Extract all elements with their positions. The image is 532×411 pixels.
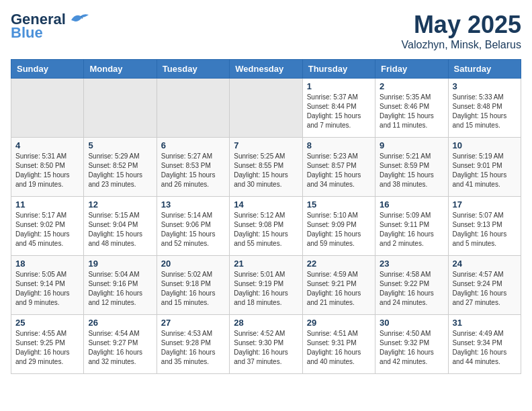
logo-bird-icon <box>69 12 90 27</box>
day-number: 26 <box>88 318 152 328</box>
calendar-week-row: 18Sunrise: 5:05 AMSunset: 9:14 PMDayligh… <box>11 256 521 315</box>
day-cell: 30Sunrise: 4:50 AMSunset: 9:32 PMDayligh… <box>375 315 448 374</box>
cell-info: Sunrise: 5:27 AMSunset: 8:53 PMDaylight:… <box>161 152 225 189</box>
cell-info: Sunrise: 5:21 AMSunset: 8:59 PMDaylight:… <box>380 152 443 189</box>
day-cell: 8Sunrise: 5:23 AMSunset: 8:57 PMDaylight… <box>302 138 375 197</box>
day-cell: 21Sunrise: 5:01 AMSunset: 9:19 PMDayligh… <box>230 256 302 315</box>
col-header-wednesday: Wednesday <box>230 60 302 79</box>
cell-info: Sunrise: 5:29 AMSunset: 8:52 PMDaylight:… <box>88 152 152 189</box>
day-cell: 5Sunrise: 5:29 AMSunset: 8:52 PMDaylight… <box>84 138 157 197</box>
cell-info: Sunrise: 5:23 AMSunset: 8:57 PMDaylight:… <box>307 152 371 189</box>
day-cell: 3Sunrise: 5:33 AMSunset: 8:48 PMDaylight… <box>448 79 521 138</box>
day-cell: 31Sunrise: 4:49 AMSunset: 9:34 PMDayligh… <box>448 315 521 374</box>
day-cell: 10Sunrise: 5:19 AMSunset: 9:01 PMDayligh… <box>448 138 521 197</box>
cell-info: Sunrise: 5:09 AMSunset: 9:11 PMDaylight:… <box>380 211 443 248</box>
col-header-thursday: Thursday <box>302 60 375 79</box>
day-number: 21 <box>234 259 298 269</box>
day-number: 20 <box>161 259 225 269</box>
day-cell: 6Sunrise: 5:27 AMSunset: 8:53 PMDaylight… <box>157 138 229 197</box>
title-section: May 2025 Valozhyn, Minsk, Belarus <box>402 11 521 51</box>
cell-info: Sunrise: 5:25 AMSunset: 8:55 PMDaylight:… <box>234 152 298 189</box>
cell-info: Sunrise: 5:07 AMSunset: 9:13 PMDaylight:… <box>453 211 517 248</box>
empty-cell <box>11 79 84 138</box>
cell-info: Sunrise: 5:33 AMSunset: 8:48 PMDaylight:… <box>453 93 517 130</box>
cell-info: Sunrise: 5:15 AMSunset: 9:04 PMDaylight:… <box>88 211 152 248</box>
cell-info: Sunrise: 4:53 AMSunset: 9:28 PMDaylight:… <box>161 329 225 367</box>
location: Valozhyn, Minsk, Belarus <box>402 39 521 51</box>
day-number: 9 <box>380 140 443 150</box>
day-number: 10 <box>453 140 517 150</box>
day-number: 25 <box>15 318 79 328</box>
day-number: 13 <box>161 199 225 210</box>
calendar-week-row: 4Sunrise: 5:31 AMSunset: 8:50 PMDaylight… <box>11 138 521 197</box>
day-number: 11 <box>15 199 79 210</box>
cell-info: Sunrise: 4:57 AMSunset: 9:24 PMDaylight:… <box>453 270 517 308</box>
calendar-table: SundayMondayTuesdayWednesdayThursdayFrid… <box>11 59 521 374</box>
day-number: 17 <box>453 199 517 210</box>
cell-info: Sunrise: 5:17 AMSunset: 9:02 PMDaylight:… <box>15 211 79 248</box>
cell-info: Sunrise: 4:50 AMSunset: 9:32 PMDaylight:… <box>380 329 443 367</box>
day-number: 5 <box>88 140 152 150</box>
calendar-week-row: 1Sunrise: 5:37 AMSunset: 8:44 PMDaylight… <box>11 79 521 138</box>
cell-info: Sunrise: 4:55 AMSunset: 9:25 PMDaylight:… <box>15 329 79 367</box>
day-number: 31 <box>453 318 517 328</box>
day-cell: 29Sunrise: 4:51 AMSunset: 9:31 PMDayligh… <box>302 315 375 374</box>
cell-info: Sunrise: 5:10 AMSunset: 9:09 PMDaylight:… <box>307 211 371 248</box>
cell-info: Sunrise: 5:37 AMSunset: 8:44 PMDaylight:… <box>307 93 371 130</box>
day-number: 28 <box>234 318 298 328</box>
day-cell: 19Sunrise: 5:04 AMSunset: 9:16 PMDayligh… <box>84 256 157 315</box>
logo: General Blue <box>11 11 90 42</box>
day-number: 19 <box>88 259 152 269</box>
day-number: 15 <box>307 199 371 210</box>
day-number: 3 <box>453 81 517 91</box>
col-header-friday: Friday <box>375 60 448 79</box>
cell-info: Sunrise: 5:35 AMSunset: 8:46 PMDaylight:… <box>380 93 443 130</box>
cell-info: Sunrise: 5:12 AMSunset: 9:08 PMDaylight:… <box>234 211 298 248</box>
cell-info: Sunrise: 5:14 AMSunset: 9:06 PMDaylight:… <box>161 211 225 248</box>
day-cell: 12Sunrise: 5:15 AMSunset: 9:04 PMDayligh… <box>84 197 157 256</box>
calendar-week-row: 11Sunrise: 5:17 AMSunset: 9:02 PMDayligh… <box>11 197 521 256</box>
day-cell: 9Sunrise: 5:21 AMSunset: 8:59 PMDaylight… <box>375 138 448 197</box>
cell-info: Sunrise: 4:51 AMSunset: 9:31 PMDaylight:… <box>307 329 371 367</box>
day-cell: 25Sunrise: 4:55 AMSunset: 9:25 PMDayligh… <box>11 315 84 374</box>
day-number: 14 <box>234 199 298 210</box>
page-header: General Blue May 2025 Valozhyn, Minsk, B… <box>11 11 521 51</box>
day-cell: 26Sunrise: 4:54 AMSunset: 9:27 PMDayligh… <box>84 315 157 374</box>
day-cell: 2Sunrise: 5:35 AMSunset: 8:46 PMDaylight… <box>375 79 448 138</box>
day-cell: 11Sunrise: 5:17 AMSunset: 9:02 PMDayligh… <box>11 197 84 256</box>
cell-info: Sunrise: 4:52 AMSunset: 9:30 PMDaylight:… <box>234 329 298 367</box>
day-cell: 23Sunrise: 4:58 AMSunset: 9:22 PMDayligh… <box>375 256 448 315</box>
logo-blue-text: Blue <box>11 24 43 42</box>
col-header-sunday: Sunday <box>11 60 84 79</box>
cell-info: Sunrise: 4:54 AMSunset: 9:27 PMDaylight:… <box>88 329 152 367</box>
day-number: 6 <box>161 140 225 150</box>
day-number: 4 <box>15 140 79 150</box>
day-number: 18 <box>15 259 79 269</box>
cell-info: Sunrise: 4:59 AMSunset: 9:21 PMDaylight:… <box>307 270 371 308</box>
col-header-saturday: Saturday <box>448 60 521 79</box>
cell-info: Sunrise: 5:02 AMSunset: 9:18 PMDaylight:… <box>161 270 225 308</box>
day-number: 8 <box>307 140 371 150</box>
empty-cell <box>157 79 229 138</box>
day-cell: 18Sunrise: 5:05 AMSunset: 9:14 PMDayligh… <box>11 256 84 315</box>
cell-info: Sunrise: 5:05 AMSunset: 9:14 PMDaylight:… <box>15 270 79 308</box>
day-number: 22 <box>307 259 371 269</box>
day-number: 2 <box>380 81 443 91</box>
calendar-header-row: SundayMondayTuesdayWednesdayThursdayFrid… <box>11 60 521 79</box>
day-number: 7 <box>234 140 298 150</box>
month-title: May 2025 <box>402 11 521 39</box>
empty-cell <box>230 79 302 138</box>
col-header-tuesday: Tuesday <box>157 60 229 79</box>
day-cell: 27Sunrise: 4:53 AMSunset: 9:28 PMDayligh… <box>157 315 229 374</box>
day-cell: 20Sunrise: 5:02 AMSunset: 9:18 PMDayligh… <box>157 256 229 315</box>
day-cell: 22Sunrise: 4:59 AMSunset: 9:21 PMDayligh… <box>302 256 375 315</box>
day-cell: 4Sunrise: 5:31 AMSunset: 8:50 PMDaylight… <box>11 138 84 197</box>
empty-cell <box>84 79 157 138</box>
calendar-week-row: 25Sunrise: 4:55 AMSunset: 9:25 PMDayligh… <box>11 315 521 374</box>
day-number: 16 <box>380 199 443 210</box>
day-cell: 7Sunrise: 5:25 AMSunset: 8:55 PMDaylight… <box>230 138 302 197</box>
cell-info: Sunrise: 4:49 AMSunset: 9:34 PMDaylight:… <box>453 329 517 367</box>
day-cell: 28Sunrise: 4:52 AMSunset: 9:30 PMDayligh… <box>230 315 302 374</box>
day-cell: 17Sunrise: 5:07 AMSunset: 9:13 PMDayligh… <box>448 197 521 256</box>
day-number: 27 <box>161 318 225 328</box>
